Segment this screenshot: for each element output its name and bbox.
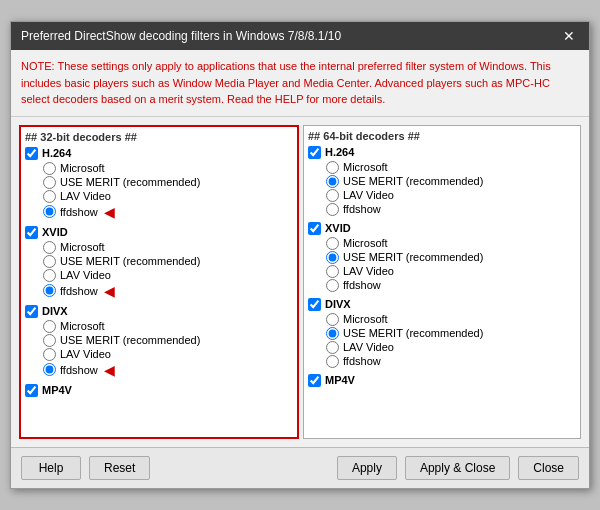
radio-option-divx_32-3: ffdshow ◀	[43, 362, 293, 378]
codec-label-xvid_64: XVID	[308, 222, 576, 235]
radio-input-divx_64-0[interactable]	[326, 313, 339, 326]
codec-name-mp4v_64: MP4V	[325, 374, 355, 386]
radio-option-xvid_64-0: Microsoft	[326, 237, 576, 250]
radio-input-divx_32-3[interactable]	[43, 363, 56, 376]
radio-label-xvid_64-0: Microsoft	[343, 237, 388, 249]
codec-checkbox-mp4v_64[interactable]	[308, 374, 321, 387]
codec-group-xvid_64: XVIDMicrosoftUSE MERIT (recommended)LAV …	[308, 222, 576, 292]
radio-input-xvid_64-1[interactable]	[326, 251, 339, 264]
codec-group-h264_64: H.264MicrosoftUSE MERIT (recommended)LAV…	[308, 146, 576, 216]
bottom-right-buttons: Apply Apply & Close Close	[337, 456, 579, 480]
radio-label-xvid_32-3: ffdshow	[60, 285, 98, 297]
radio-label-h264_64-0: Microsoft	[343, 161, 388, 173]
radio-option-h264_64-2: LAV Video	[326, 189, 576, 202]
radio-label-divx_64-3: ffdshow	[343, 355, 381, 367]
codec-group-mp4v_64: MP4V	[308, 374, 576, 387]
radio-option-xvid_64-3: ffdshow	[326, 279, 576, 292]
codec-checkbox-xvid_64[interactable]	[308, 222, 321, 235]
radio-option-h264_32-3: ffdshow ◀	[43, 204, 293, 220]
radio-label-divx_64-2: LAV Video	[343, 341, 394, 353]
radio-option-xvid_64-1: USE MERIT (recommended)	[326, 251, 576, 264]
col-64bit: ## 64-bit decoders ## H.264MicrosoftUSE …	[303, 125, 581, 439]
codec-checkbox-mp4v_32[interactable]	[25, 384, 38, 397]
radio-option-h264_64-3: ffdshow	[326, 203, 576, 216]
codec-group-divx_32: DIVXMicrosoftUSE MERIT (recommended)LAV …	[25, 305, 293, 378]
radio-input-divx_32-2[interactable]	[43, 348, 56, 361]
codec-checkbox-h264_64[interactable]	[308, 146, 321, 159]
reset-button[interactable]: Reset	[89, 456, 150, 480]
note-area: NOTE: These settings only apply to appli…	[11, 50, 589, 117]
radio-input-h264_64-0[interactable]	[326, 161, 339, 174]
radio-input-divx_64-3[interactable]	[326, 355, 339, 368]
arrow-indicator-h264_32: ◀	[104, 204, 115, 220]
radio-label-xvid_64-3: ffdshow	[343, 279, 381, 291]
radio-label-xvid_32-0: Microsoft	[60, 241, 105, 253]
codec-group-divx_64: DIVXMicrosoftUSE MERIT (recommended)LAV …	[308, 298, 576, 368]
codec-checkbox-divx_64[interactable]	[308, 298, 321, 311]
radio-input-h264_32-3[interactable]	[43, 205, 56, 218]
radio-option-divx_64-3: ffdshow	[326, 355, 576, 368]
codec-label-h264_32: H.264	[25, 147, 293, 160]
radio-label-xvid_64-1: USE MERIT (recommended)	[343, 251, 483, 263]
radio-option-divx_32-2: LAV Video	[43, 348, 293, 361]
radio-option-xvid_32-3: ffdshow ◀	[43, 283, 293, 299]
codec-name-divx_32: DIVX	[42, 305, 68, 317]
radio-label-h264_64-2: LAV Video	[343, 189, 394, 201]
radio-option-divx_32-0: Microsoft	[43, 320, 293, 333]
radio-input-xvid_64-3[interactable]	[326, 279, 339, 292]
radio-option-xvid_32-2: LAV Video	[43, 269, 293, 282]
codec-name-h264_64: H.264	[325, 146, 354, 158]
apply-close-button[interactable]: Apply & Close	[405, 456, 510, 480]
bottom-bar: Help Reset Apply Apply & Close Close	[11, 447, 589, 488]
radio-input-xvid_32-0[interactable]	[43, 241, 56, 254]
radio-option-h264_32-2: LAV Video	[43, 190, 293, 203]
codec-name-mp4v_32: MP4V	[42, 384, 72, 396]
radio-input-h264_32-0[interactable]	[43, 162, 56, 175]
codec-group-h264_32: H.264MicrosoftUSE MERIT (recommended)LAV…	[25, 147, 293, 220]
radio-option-h264_32-0: Microsoft	[43, 162, 293, 175]
codec-label-mp4v_64: MP4V	[308, 374, 576, 387]
arrow-indicator-xvid_32: ◀	[104, 283, 115, 299]
radio-input-divx_32-0[interactable]	[43, 320, 56, 333]
codec-label-divx_32: DIVX	[25, 305, 293, 318]
radio-input-h264_32-2[interactable]	[43, 190, 56, 203]
radio-label-h264_64-3: ffdshow	[343, 203, 381, 215]
codec-group-xvid_32: XVIDMicrosoftUSE MERIT (recommended)LAV …	[25, 226, 293, 299]
radio-label-divx_32-2: LAV Video	[60, 348, 111, 360]
radio-input-xvid_32-2[interactable]	[43, 269, 56, 282]
arrow-indicator-divx_32: ◀	[104, 362, 115, 378]
radio-input-h264_64-2[interactable]	[326, 189, 339, 202]
radio-label-h264_32-1: USE MERIT (recommended)	[60, 176, 200, 188]
codec-checkbox-divx_32[interactable]	[25, 305, 38, 318]
radio-option-xvid_64-2: LAV Video	[326, 265, 576, 278]
radio-option-divx_64-2: LAV Video	[326, 341, 576, 354]
codec-label-h264_64: H.264	[308, 146, 576, 159]
radio-option-divx_64-1: USE MERIT (recommended)	[326, 327, 576, 340]
codec-name-xvid_32: XVID	[42, 226, 68, 238]
radio-label-xvid_32-2: LAV Video	[60, 269, 111, 281]
radio-input-xvid_64-2[interactable]	[326, 265, 339, 278]
radio-input-xvid_64-0[interactable]	[326, 237, 339, 250]
close-icon[interactable]: ✕	[559, 28, 579, 44]
radio-label-divx_32-3: ffdshow	[60, 364, 98, 376]
radio-label-xvid_32-1: USE MERIT (recommended)	[60, 255, 200, 267]
apply-button[interactable]: Apply	[337, 456, 397, 480]
codec-name-h264_32: H.264	[42, 147, 71, 159]
radio-option-xvid_32-1: USE MERIT (recommended)	[43, 255, 293, 268]
codec-label-divx_64: DIVX	[308, 298, 576, 311]
radio-input-h264_64-3[interactable]	[326, 203, 339, 216]
close-button[interactable]: Close	[518, 456, 579, 480]
radio-input-h264_64-1[interactable]	[326, 175, 339, 188]
radio-option-xvid_32-0: Microsoft	[43, 241, 293, 254]
codec-checkbox-h264_32[interactable]	[25, 147, 38, 160]
radio-label-divx_32-0: Microsoft	[60, 320, 105, 332]
radio-input-xvid_32-3[interactable]	[43, 284, 56, 297]
codec-checkbox-xvid_32[interactable]	[25, 226, 38, 239]
help-button[interactable]: Help	[21, 456, 81, 480]
radio-input-divx_64-1[interactable]	[326, 327, 339, 340]
radio-input-divx_64-2[interactable]	[326, 341, 339, 354]
radio-input-xvid_32-1[interactable]	[43, 255, 56, 268]
radio-input-h264_32-1[interactable]	[43, 176, 56, 189]
radio-input-divx_32-1[interactable]	[43, 334, 56, 347]
col-64bit-header: ## 64-bit decoders ##	[308, 130, 576, 142]
